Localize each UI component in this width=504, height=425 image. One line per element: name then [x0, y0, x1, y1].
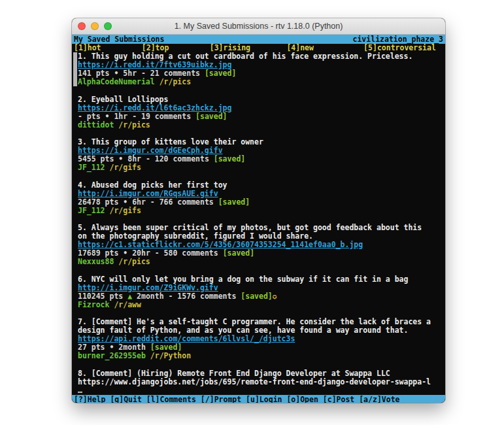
submission-title[interactable]: 5. Always been super critical of my phot… [78, 224, 431, 241]
submission-title[interactable]: 4. Abused dog picks her first toy [78, 181, 431, 190]
submission-byline: burner_262955eb /r/Python [78, 352, 431, 360]
sort-tab-rising[interactable]: [3]rising [210, 44, 250, 52]
submission-subreddit: /r/gifs [109, 206, 141, 215]
submission-detail: 8hr - 120 comments [127, 154, 209, 163]
logged-in-username: civilization_phaze_3 [353, 35, 443, 44]
vote-separator: • [109, 343, 114, 352]
submission-title[interactable]: 3. This group of kittens love their owne… [78, 138, 431, 146]
submission-url[interactable]: https://api.reddit.com/comments/6llvsl/_… [78, 335, 295, 343]
sort-tab-hot[interactable]: [1]hot [74, 44, 101, 52]
submission-points: 17689 pts [78, 248, 118, 258]
submission-subreddit: /r/gifs [109, 163, 141, 172]
vote-separator: • [123, 197, 127, 207]
vote-separator: • [105, 112, 110, 121]
submission-points: 141 pts [78, 69, 109, 78]
submission-detail: 5hr - 21 comments [123, 69, 200, 78]
submission-title[interactable]: 2. Eyeball Lollipops [78, 95, 431, 104]
submission-byline: Fizrock /r/aww [78, 301, 431, 309]
shortcut-footer-bar: [?]Help [q]Quit [l]Comments [/]Prompt [u… [72, 395, 445, 403]
submission-detail: 6hr - 766 comments [132, 197, 214, 207]
saved-badge: [saved] [150, 343, 182, 352]
submission-author: Fizrock [78, 300, 109, 309]
submission-item[interactable]: 7. [Comment] He's a self-taught C progra… [73, 318, 431, 360]
submission-title[interactable]: 1. This guy holding a cut out cardboard … [78, 52, 431, 61]
submission-author: dittidot [78, 120, 114, 129]
submission-author: Nexxus88 [78, 257, 114, 266]
submission-url[interactable]: https://c1.staticflickr.com/5/4356/36074… [78, 241, 363, 249]
submission-author: burner_262955eb [78, 351, 146, 360]
saved-badge: [saved] [223, 248, 254, 258]
submission-list: 1. This guy holding a cut out cardboard … [72, 52, 445, 395]
submission-title[interactable]: 8. [Comment] (Hiring) Remote Front End D… [78, 369, 431, 378]
submission-item[interactable]: 4. Abused dog picks her first toy http:/… [73, 181, 431, 215]
submission-detail: 2month [118, 343, 146, 352]
rtv-terminal-window: 1. My Saved Submissions - rtv 1.18.0 (Py… [72, 18, 445, 403]
window-titlebar[interactable]: 1. My Saved Submissions - rtv 1.18.0 (Py… [72, 18, 445, 35]
shortcut-hints: [?]Help [q]Quit [l]Comments [/]Prompt [u… [74, 395, 400, 403]
page-title: My Saved Submissions [74, 35, 164, 44]
submission-points: 27 pts [78, 343, 105, 352]
submission-subreddit: /r/pics [160, 77, 191, 86]
submission-url[interactable]: http://i.imgur.com/Z9iGKWv.gifv [78, 284, 218, 292]
zoom-button[interactable] [104, 22, 112, 30]
saved-badge: [saved] [214, 154, 245, 163]
submission-item[interactable]: 2. Eyeball Lollipops https://i.redd.it/l… [73, 95, 431, 129]
terminal-screen: My Saved Submissions civilization_phaze_… [72, 35, 445, 403]
saved-badge: [saved] [241, 292, 272, 301]
submission-byline: JF_112 /r/gifs [78, 207, 431, 215]
submission-url[interactable]: https://i.redd.it/l6t6ac3zhckz.jpg [78, 104, 231, 112]
close-button[interactable] [78, 22, 86, 30]
sort-tab-controversial[interactable]: [5]controversial [363, 44, 436, 52]
submission-byline: AlphaCodeNumerial /r/pics [78, 78, 431, 86]
submission-points: - pts [78, 112, 101, 121]
submission-author: JF_112 [78, 206, 105, 215]
submission-points: 110245 pts [78, 292, 123, 301]
vote-separator: • [118, 154, 123, 163]
submission-item[interactable]: 5. Always been super critical of my phot… [73, 224, 431, 266]
ellipsis: … [78, 386, 82, 395]
sort-tab-new[interactable]: [4]new [286, 44, 314, 52]
vote-separator: • [114, 69, 118, 78]
minimize-button[interactable] [91, 22, 99, 30]
saved-badge: [saved] [195, 112, 227, 121]
submission-item[interactable]: 1. This guy holding a cut out cardboard … [73, 52, 431, 86]
submission-item[interactable]: 3. This group of kittens love their owne… [73, 138, 431, 172]
sort-nav: [1]hot[2]top[3]rising[4]new[5]controvers… [74, 44, 445, 52]
submission-points: 5455 pts [78, 154, 114, 163]
submission-subreddit: /r/aww [114, 300, 141, 309]
vote-separator: • [123, 248, 127, 258]
submission-byline: JF_112 /r/gifs [78, 163, 431, 172]
submission-points: 26478 pts [78, 197, 118, 207]
submission-detail: 20hr - 580 comments [132, 248, 218, 258]
submission-url[interactable]: http://i.imgur.com/RGqsAUE.gifv [78, 190, 218, 198]
submission-item[interactable]: 8. [Comment] (Hiring) Remote Front End D… [73, 369, 431, 395]
sort-tab-top[interactable]: [2]top [142, 44, 169, 52]
selection-cursor [73, 52, 77, 86]
submission-title[interactable]: 6. NYC will only let you bring a dog on … [78, 275, 431, 284]
vote-separator: ▲ [127, 292, 132, 301]
window-title: 1. My Saved Submissions - rtv 1.18.0 (Py… [175, 22, 343, 31]
submission-url[interactable]: https://www.djangojobs.net/jobs/695/remo… [78, 378, 431, 386]
truncation-ellipsis: … [78, 386, 431, 395]
submission-detail: 2month - 1576 comments [137, 292, 236, 301]
submission-subreddit: /r/Python [150, 351, 191, 360]
submission-url[interactable]: https://i.redd.it/7ftv639uibkz.jpg [78, 61, 231, 69]
submission-subreddit: /r/pics [118, 120, 150, 129]
submission-detail: 1hr - 19 comments [114, 112, 191, 121]
submission-author: AlphaCodeNumerial [78, 77, 155, 86]
submission-author: JF_112 [78, 163, 105, 172]
saved-badge: [saved] [218, 197, 250, 207]
status-header-bar: My Saved Submissions civilization_phaze_… [72, 35, 445, 44]
saved-badge: [saved] [205, 69, 236, 78]
submission-url[interactable]: https://i.imgur.com/dGEeCph.gifv [78, 146, 223, 155]
traffic-lights [78, 22, 112, 30]
submission-byline: dittidot /r/pics [78, 121, 431, 129]
submission-title[interactable]: 7. [Comment] He's a self-taught C progra… [78, 318, 431, 335]
gilded-icon: ✪ [273, 292, 277, 301]
submission-subreddit: /r/pics [118, 257, 150, 266]
submission-byline: Nexxus88 /r/pics [78, 258, 431, 266]
submission-item[interactable]: 6. NYC will only let you bring a dog on … [73, 275, 431, 309]
